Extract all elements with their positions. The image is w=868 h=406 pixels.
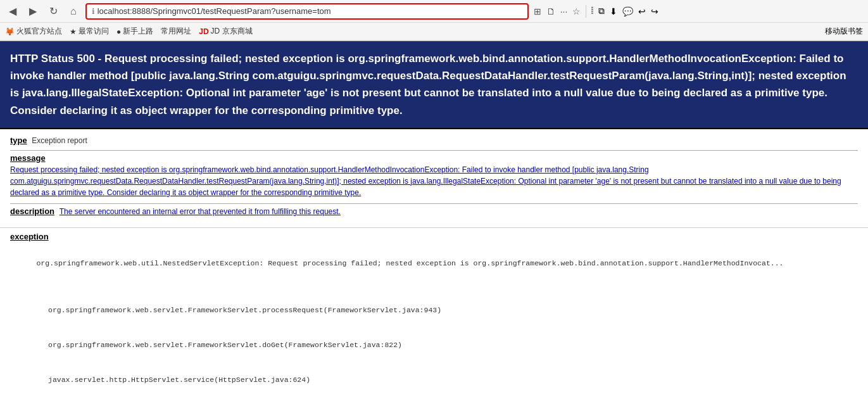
bookmark-jd[interactable]: JD JD 京东商城 — [199, 26, 252, 37]
forward-button[interactable]: ▶ — [25, 4, 41, 18]
bookmark-newbie[interactable]: ● 新手上路 — [116, 26, 153, 37]
tabs-icon[interactable]: ⧉ — [598, 6, 605, 16]
info-icon: ℹ — [92, 7, 95, 16]
description-section: description The server encountered an in… — [10, 206, 858, 216]
stacktrace-first-line: org.springframework.web.util.NestedServl… — [36, 259, 783, 267]
bookmark-common[interactable]: 常用网址 — [161, 26, 191, 37]
exception-label: exception — [10, 232, 858, 241]
message-label: message — [10, 153, 46, 163]
error-banner: HTTP Status 500 - Request processing fai… — [0, 41, 868, 129]
message-section: message Request processing failed; neste… — [10, 153, 858, 198]
bookmarks-bar: 🦊 火狐官方站点 ★ 最常访问 ● 新手上路 常用网址 JD JD 京东商城 移… — [0, 23, 868, 41]
page-content: HTTP Status 500 - Request processing fai… — [0, 41, 868, 406]
type-value: Exception report — [32, 136, 87, 145]
grid-icon[interactable]: ⊞ — [534, 6, 541, 16]
error-banner-text: HTTP Status 500 - Request processing fai… — [10, 53, 846, 117]
nav-bar: ◀ ▶ ↻ ⌂ ℹ localhost:8888/Springmvc01/tes… — [0, 0, 868, 23]
url-text: localhost:8888/Springmvc01/testRequestPa… — [97, 6, 522, 16]
more-icon[interactable]: ··· — [560, 6, 568, 16]
stacktrace-line-2: org.springframework.web.servlet.Framewor… — [48, 339, 858, 351]
home-button[interactable]: ⌂ — [66, 4, 80, 18]
back2-icon[interactable]: ↩ — [638, 6, 646, 16]
url-bar[interactable]: ℹ localhost:8888/Springmvc01/testRequest… — [85, 3, 529, 20]
type-label: type — [10, 136, 27, 145]
exception-section: exception org.springframework.web.util.N… — [0, 228, 868, 406]
bookmark-frequent[interactable]: ★ 最常访问 — [70, 26, 109, 37]
stacktrace-main-line: org.springframework.web.util.NestedServl… — [10, 246, 858, 281]
back-button[interactable]: ◀ — [5, 4, 20, 18]
sidebar-icon[interactable]: 𝄄𝄄𝄄 — [591, 6, 593, 17]
mobile-bookmarks[interactable]: 移动版书签 — [825, 26, 863, 37]
stacktrace-line-3: javax.servlet.http.HttpServlet.service(H… — [48, 374, 858, 386]
chat-icon[interactable]: 💬 — [622, 6, 633, 16]
bookmark-firefox[interactable]: 🦊 火狐官方站点 — [5, 26, 62, 37]
message-value[interactable]: Request processing failed; nested except… — [10, 164, 858, 198]
description-label: description — [10, 206, 54, 216]
stacktrace-line-1: org.springframework.web.servlet.Framewor… — [48, 305, 858, 316]
type-section: type Exception report — [10, 136, 858, 145]
forward2-icon[interactable]: ↪ — [651, 6, 658, 16]
refresh-button[interactable]: ↻ — [46, 4, 61, 18]
description-value[interactable]: The server encountered an internal error… — [60, 207, 341, 216]
download-icon[interactable]: ⬇ — [610, 6, 617, 16]
nav-actions: ⊞ 🗋 ··· ☆ — [534, 6, 581, 16]
browser-chrome: ◀ ▶ ↻ ⌂ ℹ localhost:8888/Springmvc01/tes… — [0, 0, 868, 41]
error-detail-area: type Exception report message Request pr… — [0, 129, 868, 228]
stacktrace-indented: org.springframework.web.servlet.Framewor… — [10, 281, 858, 406]
page-icon[interactable]: 🗋 — [546, 6, 555, 16]
star-icon[interactable]: ☆ — [572, 6, 581, 16]
